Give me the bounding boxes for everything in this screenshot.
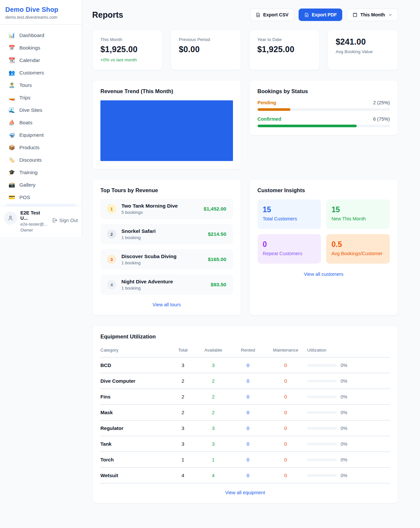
sidebar-item-products[interactable]: 📦 Products	[3, 141, 79, 154]
shop-name-link[interactable]: Demo Dive Shop	[5, 6, 76, 13]
sidebar-item-tours[interactable]: 🏝️ Tours	[3, 79, 79, 91]
export-pdf-button[interactable]: Export PDF	[299, 9, 342, 21]
cell-available: 2	[196, 389, 231, 405]
tour-name: Discover Scuba Diving	[121, 254, 202, 259]
tile-label: New This Month	[331, 216, 385, 221]
cell-rented: 0	[231, 373, 265, 389]
stat-card-year-to-date: Year to Date $1,925.00	[249, 30, 320, 70]
sidebar-item-trips[interactable]: 🚤 Trips	[3, 91, 79, 104]
stat-value: $1,925.00	[257, 45, 311, 54]
user-section: E2E Test U... e2e-tester@... Owner Sign …	[0, 206, 82, 237]
period-select[interactable]: This Month	[347, 9, 398, 21]
status-row-confirmed: Confirmed 6 (75%)	[258, 116, 390, 122]
cell-utilization: 0%	[306, 373, 390, 389]
insight-grid: 15 Total Customers 15 New This Month 0 R…	[258, 199, 390, 264]
sidebar-item-training[interactable]: 🎓 Training	[3, 166, 79, 179]
sidebar-item-label: Calendar	[19, 57, 40, 63]
table-row: Wetsuit 4 4 0 0 0%	[100, 468, 390, 483]
sidebar-item-label: Bookings	[19, 45, 40, 51]
cell-rented: 0	[231, 452, 265, 468]
island-icon: 🏝️	[9, 83, 15, 88]
stats-row: This Month $1,925.00 +0% vs last month P…	[92, 30, 398, 70]
bookings-status-card: Bookings by Status Pending 2 (25%) Confi…	[249, 80, 398, 135]
utilization-percent: 0%	[341, 473, 347, 478]
tour-bookings: 1 booking	[121, 286, 205, 291]
chevron-down-icon	[388, 13, 392, 17]
revenue-trend-title: Revenue Trend (This Month)	[100, 88, 233, 94]
sailboat-icon: ⛵	[9, 120, 15, 125]
column-header-utilization: Utilization	[306, 344, 390, 357]
sidebar-item-calendar[interactable]: 📆 Calendar	[3, 54, 79, 67]
status-bar-fill	[258, 125, 357, 127]
cell-utilization: 0%	[306, 468, 390, 483]
cell-utilization: 0%	[306, 357, 390, 373]
view-all-customers-link[interactable]: View all customers	[258, 272, 390, 277]
export-csv-button[interactable]: Export CSV	[250, 9, 294, 21]
cell-total: 3	[170, 420, 196, 436]
cell-available: 3	[196, 436, 231, 452]
cell-utilization: 0%	[306, 420, 390, 436]
sidebar-item-equipment[interactable]: 🤿 Equipment	[3, 129, 79, 141]
stat-card-previous-period: Previous Period $0.00	[171, 30, 241, 70]
file-download-icon	[256, 12, 261, 17]
header-actions: Export CSV Export PDF This Month	[250, 9, 398, 21]
sidebar-item-label: Equipment	[19, 132, 44, 138]
cell-maintenance: 0	[265, 420, 306, 436]
top-tours-card: Top Tours by Revenue 1 Two Tank Morning …	[92, 179, 241, 315]
sidebar-item-label: Training	[19, 170, 37, 175]
sidebar-item-label: Discounts	[19, 157, 42, 163]
stat-value: $0.00	[179, 45, 233, 54]
column-header-category: Category	[100, 344, 170, 357]
sidebar-item-reports-partial[interactable]	[5, 204, 76, 206]
calendar-icon: 📆	[9, 58, 15, 63]
sidebar-item-dive-sites[interactable]: 🌊 Dive Sites	[3, 104, 79, 116]
cell-total: 3	[170, 436, 196, 452]
tour-list: 1 Two Tank Morning Dive 5 bookings $1,45…	[100, 199, 233, 295]
view-all-equipment-link[interactable]: View all equipment	[100, 490, 390, 495]
bookings-calendar-icon: 📅	[9, 45, 15, 51]
user-email: e2e-tester@...	[20, 222, 49, 227]
cell-total: 3	[170, 357, 196, 373]
sidebar-item-bookings[interactable]: 📅 Bookings	[3, 42, 79, 54]
cell-maintenance: 0	[265, 389, 306, 405]
utilization-bar-track	[307, 474, 337, 477]
tour-name: Snorkel Safari	[121, 228, 202, 234]
page-title: Reports	[92, 10, 123, 20]
status-row-pending: Pending 2 (25%)	[258, 100, 390, 105]
column-header-total: Total	[170, 344, 196, 357]
view-all-tours-link[interactable]: View all tours	[100, 302, 233, 307]
column-header-available: Available	[196, 344, 231, 357]
sidebar-item-label: Trips	[19, 95, 31, 101]
sidebar-item-gallery[interactable]: 📸 Gallery	[3, 179, 79, 191]
stat-label: Year to Date	[257, 37, 311, 42]
tour-info: Snorkel Safari 1 booking	[121, 228, 202, 240]
sidebar-item-pos[interactable]: 💳 POS	[3, 191, 79, 204]
sidebar-item-customers[interactable]: 👥 Customers	[3, 67, 79, 79]
sign-out-button[interactable]: Sign Out	[52, 217, 78, 223]
camera-icon: 📸	[9, 182, 15, 188]
tour-list-item: 1 Two Tank Morning Dive 5 bookings $1,45…	[100, 199, 233, 219]
insights-row: Top Tours by Revenue 1 Two Tank Morning …	[92, 179, 398, 315]
tile-value: 0.5	[331, 240, 385, 249]
user-meta: E2E Test U... e2e-tester@... Owner	[20, 210, 49, 233]
stat-delta: +0% vs last month	[100, 57, 155, 62]
calendar-icon	[352, 12, 358, 17]
cell-total: 4	[170, 468, 196, 483]
sidebar-item-dashboard[interactable]: 📊 Dashboard	[3, 29, 79, 42]
cell-rented: 0	[231, 436, 265, 452]
tile-label: Total Customers	[263, 216, 316, 221]
cell-utilization: 0%	[306, 452, 390, 468]
sidebar-item-label: Gallery	[19, 182, 35, 188]
utilization-percent: 0%	[341, 378, 347, 384]
export-pdf-label: Export PDF	[312, 12, 337, 17]
utilization-bar-track	[307, 458, 337, 461]
top-tours-title: Top Tours by Revenue	[100, 187, 233, 193]
sidebar-item-discounts[interactable]: 🏷️ Discounts	[3, 154, 79, 166]
export-csv-label: Export CSV	[263, 12, 288, 17]
cell-rented: 0	[231, 468, 265, 483]
tour-bookings: 5 bookings	[121, 210, 199, 215]
sidebar-item-boats[interactable]: ⛵ Boats	[3, 116, 79, 129]
revenue-trend-chart	[100, 100, 233, 161]
sidebar-item-label: Dive Sites	[19, 107, 42, 113]
cell-available: 2	[196, 373, 231, 389]
